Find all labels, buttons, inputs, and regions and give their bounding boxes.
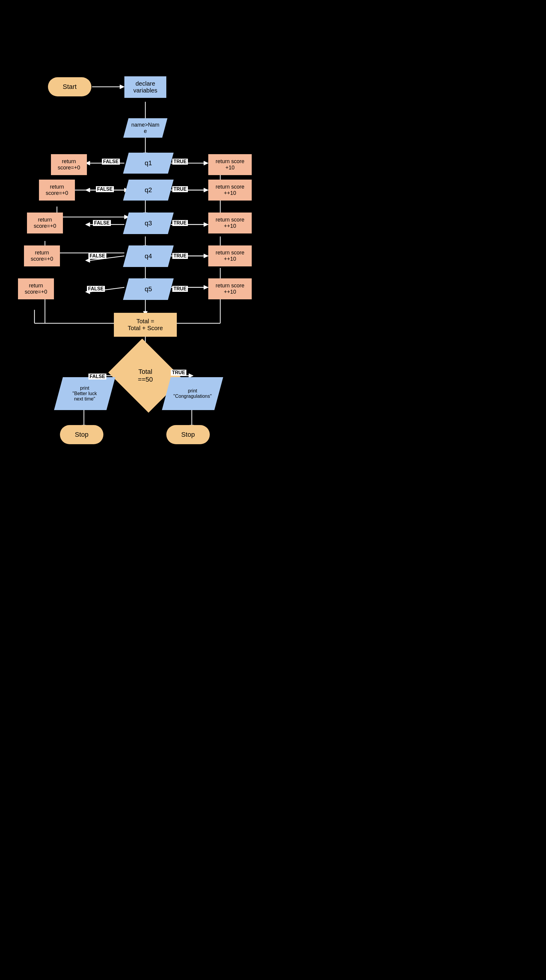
false-label-q3: FALSE: [93, 220, 111, 226]
return-true-q3-label: return score ++10: [216, 217, 244, 229]
q4-parallelogram: q4: [123, 245, 174, 267]
true-label-q1: TRUE: [172, 159, 188, 165]
svg-marker-9: [204, 161, 208, 165]
return-false-q4a: return score=+0: [24, 245, 60, 266]
true-label-total: TRUE: [171, 370, 187, 375]
true-label-q2: TRUE: [172, 186, 188, 192]
stop2-terminal: Stop: [166, 425, 210, 444]
print-false-parallelogram: print "Better luck next time": [54, 377, 115, 410]
return-true-q4-label: return score ++10: [216, 250, 244, 262]
return-false-q4a-label: return score=+0: [30, 250, 53, 262]
return-false-q3-label: return score=+0: [34, 217, 56, 229]
print-true-parallelogram: print "Congragulations": [162, 377, 223, 410]
true-label-q5: TRUE: [172, 286, 188, 292]
q5-parallelogram: q5: [123, 278, 174, 300]
stop1-label: Stop: [75, 431, 88, 439]
return-true-q2: return score ++10: [208, 180, 252, 200]
return-false-q1: return score=+0: [51, 154, 87, 175]
q2-parallelogram: q2: [123, 180, 174, 200]
false-label-q5: FALSE: [87, 286, 105, 292]
svg-marker-1: [120, 85, 125, 89]
connector-lines: [0, 0, 546, 980]
return-true-q4: return score ++10: [208, 245, 252, 266]
stop1-terminal: Stop: [60, 425, 104, 444]
return-false-q2-label: return score=+0: [46, 184, 68, 196]
return-true-q3: return score ++10: [208, 213, 252, 234]
false-label-q1: FALSE: [102, 159, 120, 165]
total-process: Total = Total + Score: [114, 313, 177, 337]
return-true-q1: return score +10: [208, 154, 252, 175]
return-true-q2-label: return score ++10: [216, 184, 244, 196]
declare-label: declare variables: [133, 80, 157, 94]
svg-marker-39: [204, 285, 208, 290]
name-input-label: name>Nam e: [131, 122, 160, 134]
return-false-q4b-label: return score=+0: [25, 283, 47, 295]
q1-parallelogram: q1: [123, 153, 174, 173]
q2-label: q2: [145, 186, 152, 194]
false-label-q2: FALSE: [96, 186, 114, 192]
total-check-diamond: Total ==50: [117, 352, 174, 399]
return-true-q5-label: return score ++10: [216, 283, 244, 295]
svg-marker-16: [204, 188, 208, 192]
stop2-label: Stop: [181, 431, 195, 439]
true-label-q4: TRUE: [172, 253, 188, 259]
q3-label: q3: [145, 220, 152, 227]
return-false-q4b: return score=+0: [18, 278, 54, 299]
svg-marker-23: [85, 223, 90, 227]
false-label-q4: FALSE: [88, 253, 106, 259]
print-false-label: print "Better luck next time": [72, 385, 97, 402]
return-true-q1-label: return score +10: [216, 158, 244, 171]
q3-parallelogram: q3: [123, 213, 174, 234]
start-terminal: Start: [48, 77, 91, 96]
name-input-parallelogram: name>Nam e: [123, 118, 167, 138]
svg-marker-31: [85, 258, 90, 262]
declare-variables-process: declare variables: [125, 76, 166, 98]
svg-marker-33: [204, 254, 208, 258]
svg-marker-14: [85, 188, 90, 192]
start-label: Start: [62, 83, 77, 91]
return-false-q2: return score=+0: [39, 180, 75, 200]
q5-label: q5: [145, 285, 152, 293]
return-true-q5: return score ++10: [208, 278, 252, 299]
svg-marker-25: [204, 223, 208, 227]
total-label: Total = Total + Score: [128, 318, 163, 332]
flowchart: Start declare variables name>Nam e q1 FA…: [0, 0, 546, 980]
true-label-q3: TRUE: [172, 220, 188, 226]
q4-label: q4: [145, 252, 152, 260]
q1-label: q1: [145, 159, 152, 167]
total-check-label: Total ==50: [138, 368, 153, 383]
false-label-total: FALSE: [88, 374, 106, 380]
return-false-q1-label: return score=+0: [57, 158, 80, 171]
print-true-label: print "Congragulations": [174, 388, 212, 399]
return-false-q3: return score=+0: [27, 213, 63, 234]
